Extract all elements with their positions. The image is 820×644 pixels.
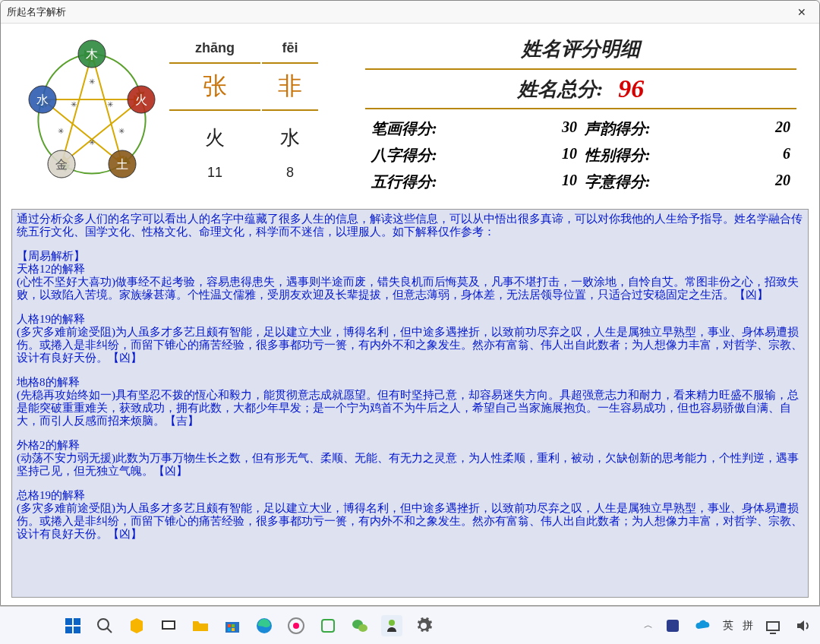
titlebar[interactable]: 所起名字解析 ✕ <box>1 1 819 24</box>
close-icon[interactable]: ✕ <box>790 6 813 18</box>
svg-point-25 <box>98 619 109 630</box>
sub-bihua: 笔画得分:30 <box>371 118 577 139</box>
char-given: 非 <box>262 62 318 111</box>
sub-wuxing: 五行得分:10 <box>371 172 577 192</box>
name-block: zhāngfēi 张非 火水 118 <box>168 31 358 206</box>
svg-rect-37 <box>322 620 334 632</box>
total-score-value: 96 <box>618 74 644 103</box>
tray-app-icon[interactable] <box>662 615 683 636</box>
dige-head: 地格8的解释 <box>17 376 803 389</box>
system-tray[interactable]: ︿ 英 拼 <box>644 615 814 636</box>
explorer-icon[interactable] <box>190 615 211 636</box>
window-title: 所起名字解析 <box>7 5 790 19</box>
svg-text:✳: ✳ <box>71 100 77 109</box>
tiange-head: 天格12的解释 <box>17 263 803 276</box>
svg-rect-31 <box>232 624 235 627</box>
wuxing-diagram: ✳✳ ✳✳ ✳✳ 木 火 土 金 水 <box>16 31 168 198</box>
svg-rect-42 <box>767 622 779 630</box>
score-block: 姓名评分明细 姓名总分: 96 笔画得分:30 声韵得分:20 八字得分:10 … <box>358 31 804 206</box>
svg-text:✳: ✳ <box>58 127 64 135</box>
edge-icon[interactable] <box>254 615 275 636</box>
pinyin-given: fēi <box>262 40 318 61</box>
total-score-row: 姓名总分: 96 <box>365 68 796 109</box>
zongge-body: (多灾多难前途受阻)为人虽多才多艺且颇有智能，足以建立大业，博得名利，但中途多遇… <box>17 502 803 541</box>
svg-rect-22 <box>74 618 80 625</box>
svg-text:土: 土 <box>116 158 128 171</box>
svg-point-39 <box>358 624 367 632</box>
sub-shengyun: 声韵得分:20 <box>585 118 790 139</box>
svg-text:木: 木 <box>86 48 98 61</box>
app-current-icon[interactable] <box>381 615 402 636</box>
start-icon[interactable] <box>62 615 84 636</box>
svg-rect-24 <box>74 627 80 633</box>
stroke-given: 8 <box>262 153 318 181</box>
stroke-surname: 11 <box>169 153 260 181</box>
taskbar[interactable]: ︿ 英 拼 <box>0 606 820 644</box>
ime-mode[interactable]: 拼 <box>743 619 753 633</box>
search-icon[interactable] <box>94 615 115 636</box>
svg-text:✳: ✳ <box>118 127 125 135</box>
sub-bazi: 八字得分:10 <box>371 145 577 166</box>
svg-rect-23 <box>65 627 72 633</box>
zongge-head: 总格19的解释 <box>17 489 803 502</box>
svg-rect-33 <box>232 628 235 631</box>
renge-body: (多灾多难前途受阻)为人虽多才多艺且颇有智能，足以建立大业，博得名利，但中途多遇… <box>17 326 803 365</box>
svg-text:金: 金 <box>55 158 68 171</box>
dige-body: (先稳再攻始终如一)具有坚忍不拨的恆心和毅力，能贯彻意志成就愿望。但有时坚持己意… <box>17 389 803 428</box>
svg-rect-21 <box>65 618 72 625</box>
subscores-grid: 笔画得分:30 声韵得分:20 八字得分:10 性别得分:6 五行得分:10 字… <box>358 118 804 192</box>
network-icon[interactable] <box>762 615 784 636</box>
svg-text:✳: ✳ <box>89 138 95 147</box>
element-surname: 火 <box>169 112 260 151</box>
svg-text:水: 水 <box>36 93 49 106</box>
tray-chevron-icon[interactable]: ︿ <box>644 619 653 632</box>
svg-rect-32 <box>228 628 231 631</box>
char-surname: 张 <box>169 62 260 111</box>
header-panel: ✳✳ ✳✳ ✳✳ 木 火 土 金 水 zhāngfēi 张非 火水 118 姓名… <box>1 24 819 206</box>
analysis-intro: 通过分析众多人们的名字可以看出人的名字中蕴藏了很多人生的信息，解读这些信息，可以… <box>17 213 803 238</box>
sub-xingbie: 性别得分:6 <box>585 145 790 166</box>
svg-point-40 <box>389 620 395 626</box>
renge-head: 人格19的解释 <box>17 313 803 326</box>
store-icon[interactable] <box>222 615 243 636</box>
svg-point-36 <box>293 623 299 629</box>
app-window: 所起名字解析 ✕ ✳✳ ✳✳ ✳✳ 木 火 <box>0 0 820 606</box>
svg-line-0 <box>92 54 122 164</box>
waige-body: (动荡不安力弱无援)此数为万事万物生长之数，但有形无气、柔顺、无能、有无力之灵意… <box>17 452 803 478</box>
score-title: 姓名评分明细 <box>358 36 804 68</box>
waige-head: 外格2的解释 <box>17 439 803 452</box>
svg-rect-41 <box>667 620 679 632</box>
svg-text:✳: ✳ <box>107 100 113 109</box>
element-given: 水 <box>262 112 318 151</box>
app-copilot-icon[interactable] <box>126 615 147 636</box>
svg-text:火: 火 <box>135 93 147 106</box>
settings-icon[interactable] <box>413 615 434 636</box>
svg-rect-28 <box>163 622 174 628</box>
svg-line-26 <box>107 628 112 633</box>
tray-onedrive-icon[interactable] <box>692 615 714 636</box>
svg-text:✳: ✳ <box>89 77 95 86</box>
zhouyi-head: 【周易解析】 <box>17 250 803 263</box>
taskview-icon[interactable] <box>158 615 179 636</box>
svg-rect-30 <box>228 624 231 627</box>
wechat-icon[interactable] <box>349 615 371 636</box>
total-score-label: 姓名总分: <box>518 76 604 103</box>
ime-lang[interactable]: 英 <box>723 619 733 633</box>
svg-line-4 <box>62 54 92 164</box>
app-green-icon[interactable] <box>317 615 339 636</box>
browser-icon[interactable] <box>285 615 307 636</box>
analysis-textarea[interactable]: 通过分析众多人们的名字可以看出人的名字中蕴藏了很多人生的信息，解读这些信息，可以… <box>11 209 809 598</box>
tiange-body: (心性不坚好大喜功)做事经不起考验，容易患得患失，遇事则半途而废，错失良机而后悔… <box>17 276 803 301</box>
sub-ziyi: 字意得分:20 <box>585 172 790 192</box>
volume-icon[interactable] <box>793 615 814 636</box>
pinyin-surname: zhāng <box>169 40 260 61</box>
